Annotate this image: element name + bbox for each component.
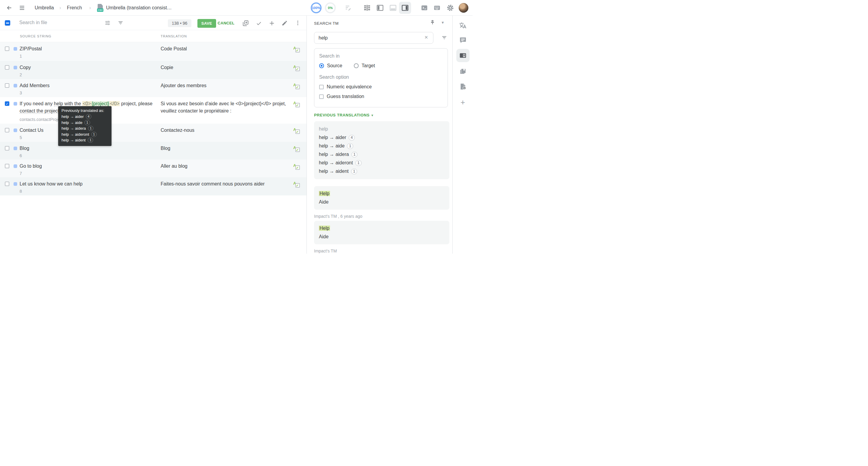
tooltip-count-badge: 1 (84, 120, 90, 125)
row-checkbox[interactable] (5, 146, 9, 150)
breadcrumb-separator: › (59, 0, 61, 16)
source-string-text[interactable]: Copy (20, 64, 156, 71)
cancel-button[interactable]: CANCEL (218, 21, 235, 25)
translation-approved-icon: A✓ (293, 145, 299, 151)
settings-gear-icon[interactable] (446, 0, 454, 16)
guess-translation-checkbox[interactable] (319, 94, 324, 99)
numeric-equivalence-option[interactable]: Numeric equivalence (319, 84, 443, 90)
translation-text[interactable]: Contactez-nous (161, 127, 290, 134)
search-options-box: Search in Source Target Search option Nu… (314, 48, 448, 107)
row-checkbox[interactable] (5, 181, 9, 186)
back-icon[interactable] (6, 0, 13, 16)
source-string-text[interactable]: Add Members (20, 82, 156, 89)
translation-text[interactable]: Faites-nous savoir comment nous pouvons … (161, 180, 290, 187)
translation-text[interactable]: Blog (161, 145, 290, 152)
console-icon[interactable] (421, 0, 428, 16)
translation-text[interactable]: Aller au blog (161, 163, 290, 170)
string-row[interactable]: ✓If you need any help with the <0>{proje… (0, 97, 307, 124)
sort-filter-icon[interactable] (118, 20, 124, 26)
copy-source-icon[interactable] (242, 20, 248, 26)
tm-result-source: Help (319, 190, 444, 198)
radio-target-control[interactable] (354, 63, 359, 68)
string-row[interactable]: ZIP/Postal1Code PostalA✓ (0, 42, 307, 61)
translation-text[interactable]: Ajouter des membres (161, 82, 290, 89)
row-checkbox[interactable]: ✓ (5, 101, 9, 106)
translation-memory-icon[interactable] (453, 49, 472, 62)
previous-translation-entry[interactable]: help → aident1 (319, 167, 444, 176)
string-row[interactable]: Copy2CopieA✓ (0, 61, 307, 79)
string-row[interactable]: Blog6BlogA✓ (0, 142, 307, 159)
approved-progress-ring[interactable]: 0% (325, 0, 336, 16)
radio-target[interactable]: Target (354, 63, 375, 68)
source-text-segment: If you need any (20, 101, 54, 106)
add-panel-icon[interactable]: + (453, 98, 472, 107)
pin-panel-icon[interactable] (430, 19, 435, 25)
select-all-checkbox[interactable] (5, 20, 10, 26)
menu-icon[interactable] (19, 0, 25, 16)
previous-translation-entry[interactable]: help → aider4 (319, 133, 444, 142)
right-panel-view-icon[interactable] (399, 0, 411, 16)
previous-translation-pair: help → aident (319, 167, 349, 176)
tune-filters-icon[interactable] (104, 20, 111, 26)
tm-result-card[interactable]: HelpAide (314, 221, 450, 244)
row-checkbox[interactable] (5, 164, 9, 168)
translation-text[interactable]: Si vous avez besoin d'aide avec le <0>{p… (161, 100, 290, 115)
tm-result-target: Aide (319, 233, 444, 241)
add-string-icon[interactable] (269, 20, 275, 26)
file-context-icon[interactable]: i (453, 83, 472, 90)
keyboard-icon[interactable] (433, 0, 441, 16)
string-row[interactable]: Add Members3Ajouter des membresA✓ (0, 79, 307, 97)
row-checkbox[interactable] (5, 83, 9, 88)
previous-translations-toggle[interactable]: PREVIOUS TRANSLATIONS▼ (314, 113, 374, 117)
radio-source-control[interactable] (319, 63, 324, 68)
bottom-panel-view-icon[interactable] (389, 0, 397, 16)
glossary-icon[interactable] (453, 67, 472, 76)
string-number: 1 (20, 54, 22, 59)
edit-pencil-icon[interactable] (281, 20, 287, 26)
string-row[interactable]: Go to blog7Aller au blogA✓ (0, 159, 307, 177)
breadcrumb-project[interactable]: Umbrella (35, 0, 54, 16)
translate-icon[interactable] (453, 21, 472, 30)
clear-search-icon[interactable]: ✕ (424, 35, 428, 40)
previous-translation-entry[interactable]: help → aideront1 (319, 159, 444, 167)
source-text-segment: with the (63, 101, 82, 106)
source-string-text[interactable]: Let us know how we can help (20, 180, 156, 187)
source-string-text[interactable]: ZIP/Postal (20, 45, 156, 53)
source-string-text[interactable]: Go to blog (20, 163, 156, 170)
string-status-dot (13, 165, 17, 168)
previously-translated-tooltip: Previously translated as: help → aider4h… (58, 106, 112, 146)
row-checkbox[interactable] (5, 65, 9, 70)
tm-search-input[interactable] (314, 32, 433, 44)
breadcrumb-language[interactable]: French (67, 0, 82, 16)
guess-translation-option[interactable]: Guess translation (319, 94, 443, 99)
string-status-dot (13, 102, 17, 106)
tm-filter-icon[interactable] (441, 35, 447, 41)
previous-translation-count-badge: 1 (355, 160, 362, 166)
string-row[interactable]: Let us know how we can help8Faites-nous … (0, 177, 307, 196)
more-options-icon[interactable] (295, 20, 301, 26)
translated-progress-ring[interactable]: 100% (311, 0, 321, 16)
numeric-equivalence-checkbox[interactable] (319, 85, 324, 89)
previous-translation-entry[interactable]: help → aide1 (319, 142, 444, 150)
avatar[interactable] (459, 0, 468, 16)
side-by-side-view-icon[interactable] (363, 0, 371, 16)
row-checkbox[interactable] (5, 47, 9, 51)
translation-text[interactable]: Code Postal (161, 45, 290, 53)
search-in-file-input[interactable]: Search in file (19, 20, 47, 25)
translation-text[interactable]: Copie (161, 64, 290, 71)
radio-source[interactable]: Source (319, 63, 342, 68)
source-string-text[interactable]: Blog (20, 145, 156, 152)
panel-chevron-down-icon[interactable]: ▼ (441, 21, 444, 25)
row-checkbox[interactable] (5, 128, 9, 133)
string-row[interactable]: Contact Us5Contactez-nousA✓ (0, 124, 307, 142)
save-button[interactable]: SAVE (197, 19, 216, 28)
approved-check-icon: ✓ (296, 147, 300, 152)
comments-icon[interactable] (453, 36, 472, 44)
previous-translation-entry[interactable]: help → aidera1 (319, 150, 444, 159)
tm-result-card[interactable]: HelpAide (314, 186, 450, 210)
file-title[interactable]: Umbrella (translation consist… (106, 0, 172, 16)
left-panel-view-icon[interactable] (376, 0, 384, 16)
approve-check-icon[interactable] (255, 20, 261, 26)
tm-match-highlight: Help (319, 191, 330, 196)
numeric-equivalence-label: Numeric equivalence (327, 84, 372, 90)
